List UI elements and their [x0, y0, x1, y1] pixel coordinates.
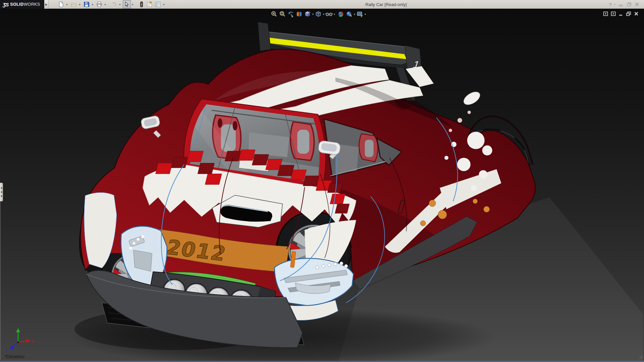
display-style-button[interactable]	[315, 10, 322, 18]
open-dropdown[interactable]: ▼	[78, 0, 82, 8]
save-button[interactable]	[83, 0, 91, 8]
model-canvas[interactable]: 1	[0, 9, 644, 361]
view-orientation-button[interactable]	[304, 10, 311, 18]
help-icon[interactable]: ?	[609, 2, 612, 7]
edit-appearance-button[interactable]	[337, 10, 344, 18]
apply-scene-dropdown[interactable]: ▼	[353, 10, 356, 18]
open-folder-icon	[71, 1, 77, 7]
edit-note-button[interactable]	[146, 0, 154, 8]
zoom-to-area-button[interactable]	[279, 10, 286, 18]
pane-splitter-line	[0, 183, 1, 360]
collapse-arrow-icon	[1, 187, 2, 189]
solidworks-logo: ƷS SOLIDWORKS	[0, 0, 44, 9]
options-checklist-icon	[155, 1, 161, 7]
collapse-arrow-icon	[1, 195, 2, 197]
traffic-light-icon	[139, 1, 145, 7]
select-dropdown[interactable]: ▼	[131, 0, 135, 8]
window-title: Rally Car [Read-only]	[365, 0, 407, 9]
hide-show-items-button[interactable]	[325, 10, 333, 18]
doc-restore-icon[interactable]	[626, 11, 631, 16]
save-floppy-icon	[84, 1, 90, 7]
headsup-view-toolbar: ▼ ▼ ▼	[270, 10, 367, 18]
undo-button[interactable]	[110, 0, 118, 8]
section-view-button[interactable]	[296, 10, 303, 18]
graphics-viewport[interactable]: 1	[0, 9, 644, 361]
titlebar-controls: ? ▼	[609, 0, 639, 9]
view-settings-dropdown[interactable]: ▼	[364, 10, 367, 18]
zoom-to-area-icon	[279, 11, 286, 17]
view-orientation-dropdown[interactable]: ▼	[311, 10, 315, 18]
pane-left-toggle-icon[interactable]	[603, 11, 608, 16]
traffic-light-button[interactable]	[138, 0, 146, 8]
options-dropdown[interactable]: ▼	[162, 0, 166, 8]
new-document-button[interactable]	[57, 0, 65, 8]
title-bar: ƷS SOLIDWORKS ▶ ▼ ▼	[0, 0, 644, 9]
undo-dropdown[interactable]: ▼	[118, 0, 122, 8]
doc-close-icon[interactable]	[634, 11, 639, 16]
solidworks-window: ƷS SOLIDWORKS ▶ ▼ ▼	[0, 0, 644, 362]
view-settings-button[interactable]	[356, 10, 364, 18]
select-button[interactable]	[123, 0, 131, 8]
previous-view-button[interactable]	[287, 10, 294, 18]
help-dropdown-icon[interactable]: ▼	[613, 3, 616, 6]
print-button[interactable]	[95, 0, 103, 8]
section-view-icon	[296, 11, 303, 17]
main-toolbar: ▼ ▼ ▼	[57, 0, 167, 9]
restore-icon[interactable]	[627, 2, 632, 7]
reference-triad: x z	[5, 327, 36, 352]
print-icon	[96, 1, 102, 7]
undo-icon	[111, 1, 117, 7]
view-settings-icon	[357, 11, 363, 17]
menu-flyout-arrow[interactable]: ▶	[44, 0, 49, 9]
view-orientation-icon	[304, 11, 311, 17]
close-icon[interactable]	[635, 2, 639, 7]
brand-light: WORKS	[23, 2, 40, 7]
options-button[interactable]	[154, 0, 162, 8]
triad-z-label: z	[6, 348, 8, 352]
collapse-arrow-icon	[1, 191, 2, 193]
print-dropdown[interactable]: ▼	[103, 0, 107, 8]
edit-appearance-icon	[337, 11, 344, 17]
open-button[interactable]	[70, 0, 78, 8]
pane-right-toggle-icon[interactable]	[611, 11, 616, 16]
display-style-dropdown[interactable]: ▼	[322, 10, 325, 18]
brand-bold: SOLID	[10, 2, 23, 7]
hide-show-items-icon	[325, 11, 333, 17]
save-dropdown[interactable]: ▼	[91, 0, 94, 8]
select-cursor-icon	[124, 1, 130, 7]
featuremanager-splitter-tab[interactable]	[0, 183, 3, 201]
doc-minimize-icon[interactable]	[619, 11, 623, 16]
triad-x-label: x	[31, 339, 34, 344]
apply-scene-button[interactable]	[345, 10, 353, 18]
view-orientation-label: *Dimetric	[4, 354, 25, 359]
display-style-icon	[315, 11, 322, 17]
zoom-to-fit-button[interactable]	[270, 10, 278, 18]
zoom-to-fit-icon	[271, 11, 277, 17]
resize-grip[interactable]	[638, 354, 643, 359]
new-document-dropdown[interactable]: ▼	[65, 0, 69, 8]
document-window-controls	[603, 11, 639, 16]
hide-show-items-dropdown[interactable]: ▼	[333, 10, 336, 18]
apply-scene-icon	[346, 11, 353, 17]
edit-note-icon	[147, 1, 153, 7]
new-document-icon	[58, 1, 64, 7]
ds-logo-icon: ƷS	[3, 2, 8, 7]
previous-view-icon	[287, 11, 294, 17]
minimize-icon[interactable]	[619, 2, 624, 7]
